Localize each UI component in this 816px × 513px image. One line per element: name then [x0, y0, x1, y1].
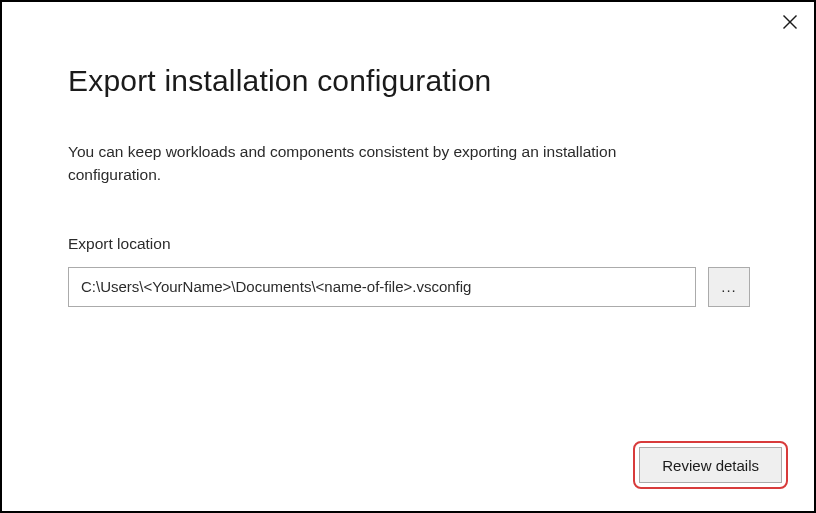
close-button[interactable]: [778, 10, 802, 34]
review-details-button[interactable]: Review details: [639, 447, 782, 483]
close-icon: [782, 14, 798, 30]
export-location-label: Export location: [68, 235, 750, 253]
dialog-title: Export installation configuration: [68, 64, 750, 98]
review-highlight-annotation: Review details: [633, 441, 788, 489]
export-location-row: ...: [68, 267, 750, 307]
export-location-input[interactable]: [68, 267, 696, 307]
browse-button[interactable]: ...: [708, 267, 750, 307]
dialog-footer: Review details: [633, 441, 788, 489]
dialog-content: Export installation configuration You ca…: [2, 2, 814, 307]
dialog-description: You can keep workloads and components co…: [68, 140, 688, 187]
